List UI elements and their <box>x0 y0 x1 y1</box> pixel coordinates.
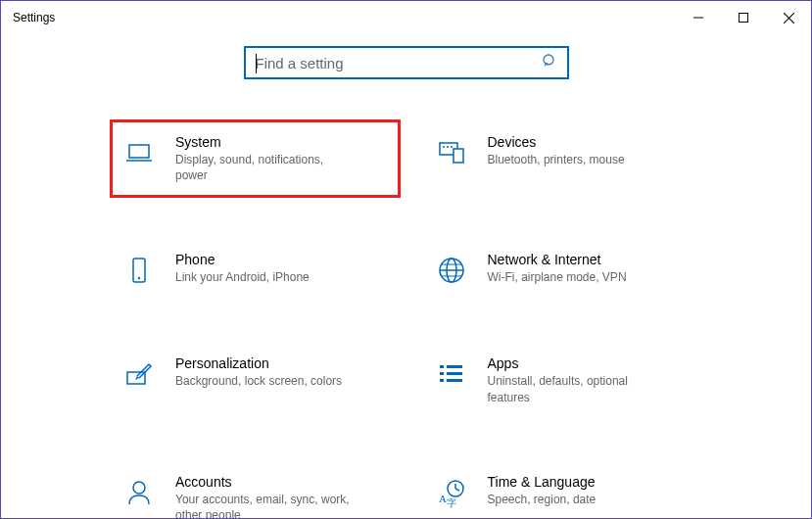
svg-point-4 <box>544 55 553 65</box>
tile-apps[interactable]: Apps Uninstall, defaults, optional featu… <box>431 350 704 410</box>
settings-grid: System Display, sound, notifications, po… <box>1 128 811 519</box>
window-controls <box>676 1 811 34</box>
tile-title: Network & Internet <box>488 252 627 267</box>
tile-subtitle: Speech, region, date <box>488 492 597 507</box>
svg-text:字: 字 <box>447 497 456 508</box>
svg-rect-25 <box>440 379 444 382</box>
tile-subtitle: Background, lock screen, colors <box>175 373 342 389</box>
tile-title: System <box>175 134 352 150</box>
svg-rect-21 <box>440 365 444 368</box>
laptop-icon <box>122 136 156 169</box>
text-caret <box>256 54 257 73</box>
search-container <box>1 46 811 79</box>
tile-personalization[interactable]: Personalization Background, lock screen,… <box>119 350 392 410</box>
svg-point-14 <box>138 277 140 279</box>
search-input[interactable] <box>256 55 542 71</box>
search-box[interactable] <box>244 46 569 79</box>
tile-phone[interactable]: Phone Link your Android, iPhone <box>119 246 392 293</box>
svg-text:A: A <box>439 493 447 504</box>
tile-title: Time & Language <box>488 474 597 490</box>
devices-icon <box>435 136 468 169</box>
list-icon <box>435 357 468 391</box>
svg-rect-26 <box>447 379 462 382</box>
svg-point-27 <box>133 482 145 494</box>
svg-rect-23 <box>440 372 444 375</box>
svg-point-10 <box>443 146 445 148</box>
svg-rect-6 <box>129 145 149 158</box>
tile-system[interactable]: System Display, sound, notifications, po… <box>119 128 392 189</box>
tile-subtitle: Wi-Fi, airplane mode, VPN <box>488 269 627 285</box>
svg-rect-9 <box>454 149 463 163</box>
tile-subtitle: Display, sound, notifications, power <box>175 152 352 183</box>
tile-title: Phone <box>175 252 310 267</box>
svg-rect-24 <box>447 372 462 375</box>
svg-point-12 <box>451 146 453 148</box>
tile-subtitle: Uninstall, defaults, optional features <box>488 373 664 404</box>
tile-title: Apps <box>488 355 664 371</box>
tile-title: Devices <box>488 134 625 150</box>
tile-title: Accounts <box>175 474 352 490</box>
minimize-button[interactable] <box>676 1 721 34</box>
phone-icon <box>122 254 156 287</box>
paintbrush-icon <box>122 357 156 391</box>
titlebar: Settings <box>1 1 811 34</box>
maximize-button[interactable] <box>721 1 766 34</box>
globe-icon <box>435 254 468 287</box>
tile-time-language[interactable]: A字 Time & Language Speech, region, date <box>431 468 704 519</box>
svg-rect-1 <box>740 14 748 23</box>
svg-point-11 <box>447 146 449 148</box>
tile-title: Personalization <box>175 355 342 371</box>
close-button[interactable] <box>766 1 811 34</box>
search-icon <box>542 53 557 72</box>
tile-subtitle: Link your Android, iPhone <box>175 269 310 285</box>
tile-subtitle: Bluetooth, printers, mouse <box>488 152 625 167</box>
svg-line-30 <box>455 489 459 491</box>
window-title: Settings <box>13 11 55 24</box>
tile-devices[interactable]: Devices Bluetooth, printers, mouse <box>431 128 704 189</box>
tile-subtitle: Your accounts, email, sync, work, other … <box>175 492 352 519</box>
tile-accounts[interactable]: Accounts Your accounts, email, sync, wor… <box>119 468 392 519</box>
svg-rect-22 <box>447 365 462 368</box>
person-icon <box>122 476 156 509</box>
tile-network[interactable]: Network & Internet Wi-Fi, airplane mode,… <box>431 246 704 293</box>
time-language-icon: A字 <box>435 476 468 509</box>
